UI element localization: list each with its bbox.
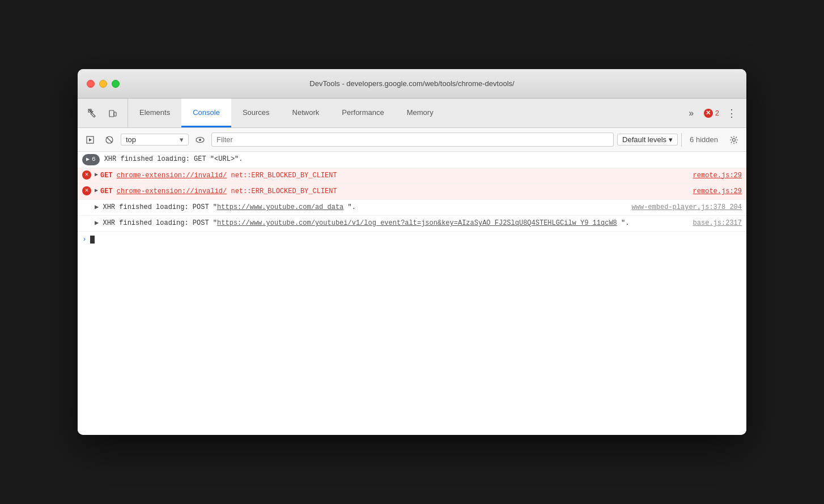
tab-console[interactable]: Console <box>181 99 231 127</box>
tab-performance[interactable]: Performance <box>330 99 395 127</box>
svg-point-8 <box>199 139 201 141</box>
file-link-2[interactable]: remote.js:29 <box>682 186 742 197</box>
svg-line-6 <box>107 137 112 143</box>
device-toolbar-icon[interactable] <box>105 105 121 121</box>
divider <box>681 133 682 147</box>
svg-marker-4 <box>89 138 92 142</box>
console-toolbar: top ▾ Default levels ▾ 6 hidden <box>78 128 746 152</box>
devtools-window: DevTools - developers.google.com/web/too… <box>78 69 746 435</box>
close-button[interactable] <box>87 80 95 88</box>
log-entry-xhr-post-1: ▶ XHR finished loading: POST "https://ww… <box>78 200 746 216</box>
error-icon: ✕ <box>704 109 713 118</box>
log-entry-xhr-1: ▶ 6 XHR finished loading: GET "<URL>". <box>78 152 746 168</box>
minimize-button[interactable] <box>99 80 107 88</box>
execute-button[interactable] <box>82 132 98 148</box>
eye-icon[interactable] <box>192 132 208 148</box>
xhr-post-file-2[interactable]: base.js:2317 <box>684 218 742 229</box>
tabs-bar: Elements Console Sources Network Perform… <box>78 99 746 128</box>
get-method-2: GET <box>100 186 113 197</box>
hidden-count: 6 hidden <box>685 135 723 144</box>
svg-rect-2 <box>114 112 116 116</box>
error-message-1: net::ERR_BLOCKED_BY_CLIENT <box>231 170 337 181</box>
more-options-button[interactable]: ⋮ <box>724 105 740 121</box>
expand-arrow-2[interactable]: ▶ <box>95 186 98 195</box>
tab-sources[interactable]: Sources <box>231 99 281 127</box>
error-url-2[interactable]: chrome-extension://invalid/ <box>117 186 227 197</box>
context-select[interactable]: top ▾ <box>121 134 189 146</box>
log-levels-button[interactable]: Default levels ▾ <box>617 134 678 146</box>
maximize-button[interactable] <box>112 80 120 88</box>
window-title: DevTools - developers.google.com/web/too… <box>309 79 514 88</box>
tab-elements[interactable]: Elements <box>128 99 181 127</box>
xhr-post-content-2: ▶ XHR finished loading: POST "https://ww… <box>95 218 684 229</box>
prompt-arrow: › <box>82 235 87 244</box>
tabs-right: » ✕ 2 ⋮ <box>677 99 746 127</box>
xhr-post-url-2[interactable]: https://www.youtube.com/youtubei/v1/log_… <box>217 219 617 227</box>
svg-rect-1 <box>109 110 114 117</box>
xhr-post-file-1[interactable]: www-embed-player.js:378_204 <box>623 202 742 213</box>
clear-console-button[interactable] <box>101 132 117 148</box>
xhr-post-url-1[interactable]: https://www.youtube.com/ad_data <box>217 203 343 211</box>
error-icon-2: ✕ <box>82 186 91 195</box>
error-badge: ✕ 2 <box>704 109 719 118</box>
settings-button[interactable] <box>726 132 742 148</box>
filter-input[interactable] <box>211 133 614 147</box>
traffic-lights <box>87 80 120 88</box>
repeat-badge: ▶ 6 <box>82 154 100 165</box>
console-prompt[interactable]: › <box>78 232 746 247</box>
expand-arrow-1[interactable]: ▶ <box>95 170 98 180</box>
error-icon-1: ✕ <box>82 170 91 180</box>
error-url-1[interactable]: chrome-extension://invalid/ <box>117 170 227 181</box>
cursor <box>90 236 95 244</box>
console-content: ▶ 6 XHR finished loading: GET "<URL>". ✕… <box>78 152 746 435</box>
get-method-1: GET <box>100 170 113 181</box>
tab-network[interactable]: Network <box>281 99 331 127</box>
title-bar: DevTools - developers.google.com/web/too… <box>78 69 746 99</box>
tab-icons <box>78 99 128 127</box>
xhr-post-content-1: ▶ XHR finished loading: POST "https://ww… <box>95 202 623 213</box>
more-tabs-button[interactable]: » <box>683 105 699 121</box>
svg-point-9 <box>733 138 736 141</box>
file-link-1[interactable]: remote.js:29 <box>682 170 742 181</box>
tab-memory[interactable]: Memory <box>396 99 445 127</box>
inspect-icon[interactable] <box>84 105 100 121</box>
error-message-2: net::ERR_BLOCKED_BY_CLIENT <box>231 186 337 197</box>
log-text-1: XHR finished loading: GET "<URL>". <box>104 154 742 165</box>
log-entry-error-2: ✕ ▶ GET chrome-extension://invalid/ net:… <box>78 184 746 200</box>
log-entry-error-1: ✕ ▶ GET chrome-extension://invalid/ net:… <box>78 168 746 184</box>
log-entry-xhr-post-2: ▶ XHR finished loading: POST "https://ww… <box>78 216 746 232</box>
